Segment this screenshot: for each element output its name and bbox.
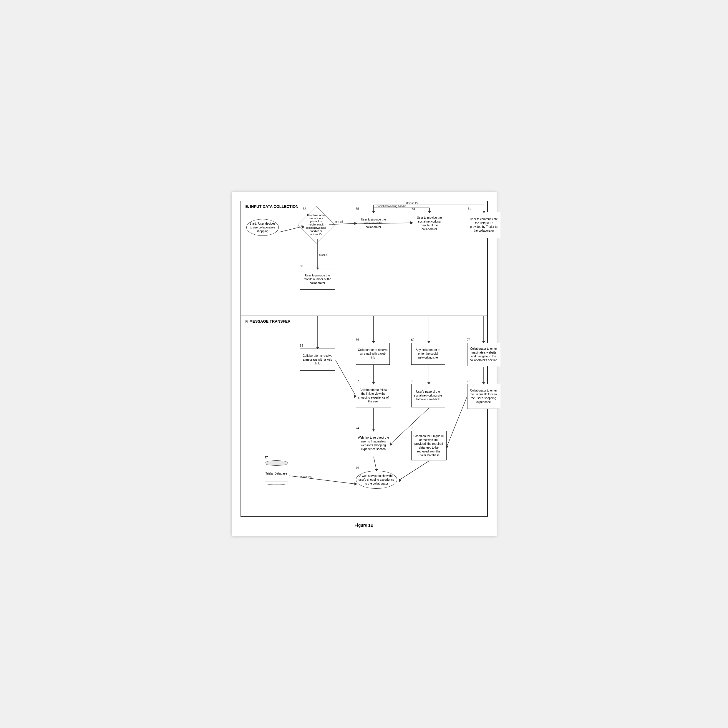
mobile-label: Mobile (319, 254, 327, 256)
node-62-diamond: User to choose one of more options from … (303, 212, 329, 238)
node-69-rect: Any collaborator to enter the social net… (411, 343, 445, 365)
node-74-rect: Web link to re-direct the user to Imagin… (356, 431, 391, 456)
node-72: 72 Collaborator to enter Imaginate's web… (467, 343, 500, 366)
data-feed-label: Data Feed (300, 475, 312, 478)
node-64: 64 Collaborator to receive a message wit… (300, 349, 335, 371)
node-66-rect: Collaborator to receive an email with a … (356, 343, 390, 365)
section-e-label: E. INPUT DATA COLLECTION (246, 204, 483, 209)
diagram-wrapper: E. INPUT DATA COLLECTION Start / User de… (240, 201, 488, 517)
svg-line-42 (289, 476, 355, 484)
node-67-rect: Collaborator to follow the link to view … (356, 384, 391, 407)
svg-marker-41 (399, 479, 401, 482)
section-e: E. INPUT DATA COLLECTION Start / User de… (241, 201, 487, 316)
node-63: 63 User to provide the mobile number of … (300, 269, 335, 290)
svg-line-8 (332, 223, 355, 224)
node-73: 73 Collaborator to enter the unique ID t… (467, 384, 500, 409)
node-73-rect: Collaborator to enter the unique ID to v… (467, 384, 500, 409)
figure-caption: Figure 1B (240, 523, 488, 528)
node-76: 76 A web service to show the user's shop… (356, 471, 397, 489)
page-container: E. INPUT DATA COLLECTION Start / User de… (232, 192, 497, 536)
node-76-oval: A web service to show the user's shoppin… (356, 471, 397, 489)
svg-line-6 (279, 226, 303, 232)
node-65-rect: User to provide the email id of the coll… (356, 212, 391, 235)
node-66: 66 Collaborator to receive an email with… (356, 343, 390, 365)
node-64-rect: Collaborator to receive a message with a… (300, 349, 335, 371)
node-75: 75 Based on the unique ID or the web lin… (411, 431, 447, 460)
node-63-rect: User to provide the mobile number of the… (300, 269, 335, 290)
svg-line-36 (447, 396, 467, 446)
node-68: 68 User to provide the social networking… (412, 212, 447, 235)
email-label-e: E-mail (335, 220, 343, 223)
node-72-rect: Collaborator to enter Imaginate's websit… (467, 343, 500, 366)
node-77-cylinder: Trialar Database (265, 460, 288, 485)
node-69: 69 Any collaborator to enter the social … (411, 343, 445, 365)
section-f-label: F. MESSAGE TRANSFER (246, 319, 483, 324)
node-68-rect: User to provide the social networking ha… (412, 212, 447, 235)
node-70-rect: User's page of the social networking sit… (411, 384, 445, 407)
svg-line-40 (400, 461, 429, 480)
svg-line-38 (373, 457, 376, 470)
node-67: 67 Collaborator to follow the link to vi… (356, 384, 391, 407)
node-65: 65 User to provide the email id of the c… (356, 212, 391, 235)
node-75-rect: Based on the unique ID or the web link p… (411, 431, 447, 460)
node-62: 62 User to choose one of more options fr… (303, 212, 332, 238)
node-53: Start / User decides to use collaborativ… (246, 219, 279, 236)
node-77: 77 Trialar Database (265, 460, 288, 485)
node-53-shape: Start / User decides to use collaborativ… (246, 219, 279, 236)
node-70: 70 User's page of the social networking … (411, 384, 445, 407)
node-71-rect: User to communicate the unique ID provid… (468, 212, 500, 238)
node-71: 71 User to communicate the unique ID pro… (468, 212, 500, 238)
node-74: 74 Web link to re-direct the user to Ima… (356, 431, 391, 456)
section-f: F. MESSAGE TRANSFER 64 Collaborator to r… (241, 316, 487, 516)
svg-line-30 (335, 360, 355, 395)
